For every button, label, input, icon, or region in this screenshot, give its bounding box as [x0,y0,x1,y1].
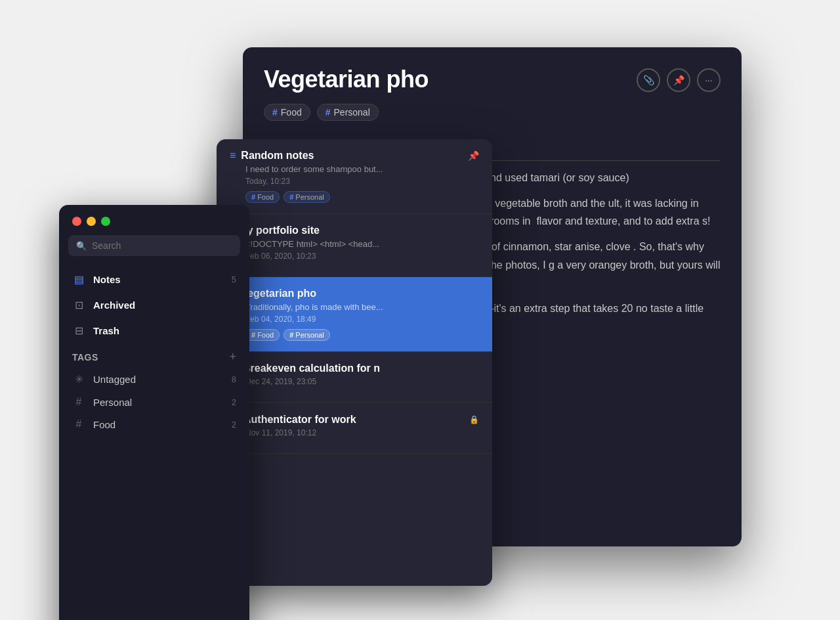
sidebar-item-personal[interactable]: # Personal 2 [59,391,249,413]
tag-food[interactable]: # Food [264,104,310,121]
note-header: ≡ Random notes 📌 [230,150,479,162]
note-title: Authenticator for work [243,414,464,426]
list-item[interactable]: ⊞ Breakeven calculation for n Dec 24, 20… [217,352,492,403]
food-count: 2 [232,420,236,430]
list-item[interactable]: ↻ Authenticator for work 🔒 Nov 11, 2019,… [217,403,492,454]
note-tags: # Food # Personal [230,329,479,341]
note-tags: # Food # Personal [230,191,479,203]
minimize-button[interactable] [87,217,96,226]
archived-icon: ⊡ [72,299,85,311]
note-title: Vegetarian pho [241,288,479,299]
untagged-count: 8 [232,374,236,384]
note-title: Breakeven calculation for n [243,363,479,374]
pin-icon: 📌 [468,150,479,161]
personal-tag-icon: # [72,396,85,408]
note-date: Dec 24, 2019, 23:05 [230,377,479,386]
untagged-icon: ✳ [72,373,85,386]
tags-section-header: Tags + [59,343,249,368]
note-header: ≡ Vegetarian pho [230,288,479,299]
list-item-active[interactable]: ≡ Vegetarian pho Traditionally, pho is m… [217,277,492,352]
add-tag-button[interactable]: + [229,350,236,364]
note-preview: Traditionally, pho is made with bee... [230,302,479,312]
detail-toolbar: 📎 📌 ··· [637,68,721,92]
note-preview: <!DOCTYPE html> <html> <head... [230,239,479,249]
note-date: Today, 10:23 [230,177,479,186]
note-date: Feb 04, 2020, 18:49 [230,315,479,324]
food-tag-icon: # [72,418,85,430]
archived-label: Archived [93,299,236,311]
notes-icon: ▤ [72,273,85,286]
tag-personal: # Personal [284,329,330,341]
sidebar-item-food[interactable]: # Food 2 [59,413,249,435]
search-input[interactable] [92,240,232,251]
food-label: Food [93,419,224,430]
trash-label: Trash [93,325,236,336]
note-header: › My portfolio site [230,225,479,236]
sidebar-item-untagged[interactable]: ✳ Untagged 8 [59,368,249,391]
sidebar-item-trash[interactable]: ⊟ Trash [59,318,249,343]
list-item[interactable]: › My portfolio site <!DOCTYPE html> <htm… [217,214,492,277]
untagged-label: Untagged [93,374,224,385]
notes-list-panel: ≡ Random notes 📌 I need to order some sh… [217,139,492,586]
pin-button[interactable]: 📌 [667,68,690,92]
notes-label: Notes [93,274,224,285]
trash-icon: ⊟ [72,324,85,337]
note-header: ⊞ Breakeven calculation for n [230,363,479,374]
personal-count: 2 [232,397,236,407]
tag-personal[interactable]: # Personal [317,104,379,121]
sidebar-item-notes[interactable]: ▤ Notes 5 [59,267,249,292]
more-button[interactable]: ··· [697,68,721,92]
detail-header: Vegetarian pho 📎 📌 ··· [243,47,742,104]
sidebar-panel: 🔍 ▤ Notes 5 ⊡ Archived ⊟ Trash Tags + ✳ … [59,205,249,620]
tags-section-title: Tags [72,352,98,363]
sidebar-item-archived[interactable]: ⊡ Archived [59,292,249,318]
notes-count: 5 [232,275,236,284]
fullscreen-button[interactable] [101,217,110,226]
note-title: Vegetarian pho [264,66,429,93]
note-title: Random notes [241,150,463,162]
detail-tags: # Food # Personal [243,104,742,131]
note-date: Feb 06, 2020, 10:23 [230,252,479,261]
note-preview: I need to order some shampoo but... [230,164,479,174]
traffic-lights [59,205,249,235]
note-title: My portfolio site [238,225,479,236]
note-type-icon: ≡ [230,150,236,162]
search-icon: 🔍 [76,241,87,251]
tag-food: # Food [245,329,280,341]
note-header: ↻ Authenticator for work 🔒 [230,413,479,426]
list-item[interactable]: ≡ Random notes 📌 I need to order some sh… [217,139,492,214]
tag-food: # Food [245,191,280,203]
search-bar[interactable]: 🔍 [68,235,240,256]
note-date: Nov 11, 2019, 10:12 [230,428,479,437]
attach-button[interactable]: 📎 [637,68,660,92]
lock-icon: 🔒 [469,415,479,424]
close-button[interactable] [72,217,81,226]
personal-label: Personal [93,397,224,408]
tag-personal: # Personal [284,191,330,203]
